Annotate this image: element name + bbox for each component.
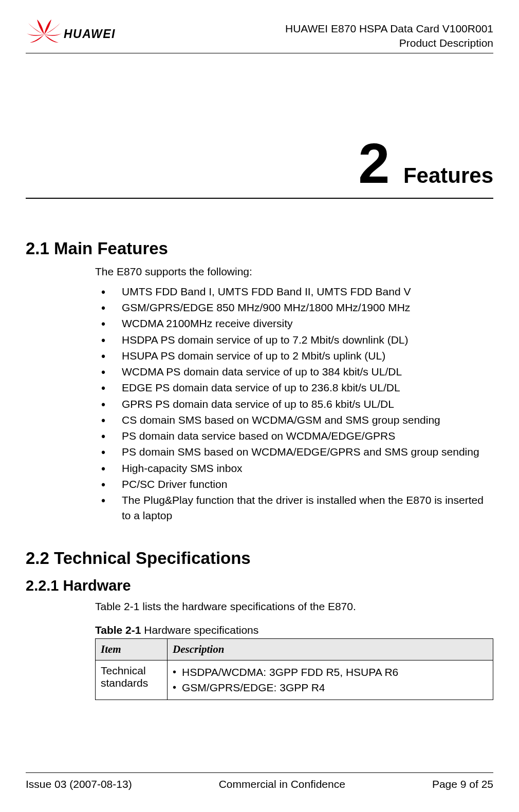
chapter-heading: 2 Features <box>26 130 493 199</box>
table-cell-description: HSDPA/WCDMA: 3GPP FDD R5, HSUPA R6 GSM/G… <box>168 660 493 700</box>
footer-page-number: Page 9 of 25 <box>432 778 493 790</box>
page-header: HUAWEI HUAWEI E870 HSPA Data Card V100R0… <box>26 18 493 53</box>
list-item: CS domain SMS based on WCDMA/GSM and SMS… <box>122 412 493 428</box>
list-item: PC/SC Driver function <box>122 477 493 492</box>
list-item: WCDMA 2100MHz receive diversity <box>122 316 493 331</box>
table-caption-text: Hardware specifications <box>141 624 258 636</box>
table-caption-number: Table 2-1 <box>95 624 141 636</box>
hardware-spec-table: Item Description Technical standards HSD… <box>95 638 493 701</box>
list-item: HSDPA/WCDMA: 3GPP FDD R5, HSUPA R6 <box>173 665 488 680</box>
footer-confidentiality: Commercial in Confidence <box>219 778 345 790</box>
list-item: PS domain SMS based on WCDMA/EDGE/GPRS a… <box>122 444 493 460</box>
table-header-row: Item Description <box>96 638 493 660</box>
header-title: HUAWEI E870 HSPA Data Card V100R001 Prod… <box>285 22 493 50</box>
list-item: HSUPA PS domain service of up to 2 Mbit/… <box>122 348 493 364</box>
table-row: Technical standards HSDPA/WCDMA: 3GPP FD… <box>96 660 493 700</box>
subsection-heading-hardware: 2.2.1 Hardware <box>26 577 493 594</box>
header-title-line1: HUAWEI E870 HSPA Data Card V100R001 <box>285 22 493 35</box>
footer-issue: Issue 03 (2007-08-13) <box>26 778 132 790</box>
list-item: High-capacity SMS inbox <box>122 461 493 476</box>
main-features-list: UMTS FDD Band I, UMTS FDD Band II, UMTS … <box>95 284 493 524</box>
list-item: The Plug&Play function that the driver i… <box>122 493 493 523</box>
page-footer: Issue 03 (2007-08-13) Commercial in Conf… <box>26 772 493 790</box>
list-item: GPRS PS domain data service of up to 85.… <box>122 396 493 412</box>
header-title-line2: Product Description <box>285 36 493 50</box>
list-item: WCDMA PS domain data service of up to 38… <box>122 364 493 380</box>
list-item: GSM/GPRS/EDGE: 3GPP R4 <box>173 680 488 695</box>
table-caption: Table 2-1 Hardware specifications <box>95 624 493 636</box>
table-cell-item: Technical standards <box>96 660 168 700</box>
list-item: PS domain data service based on WCDMA/ED… <box>122 428 493 444</box>
chapter-number: 2 <box>358 131 390 195</box>
list-item: EDGE PS domain data service of up to 236… <box>122 380 493 395</box>
chapter-title: Features <box>403 163 493 187</box>
logo-text: HUAWEI <box>64 27 116 41</box>
list-item: UMTS FDD Band I, UMTS FDD Band II, UMTS … <box>122 284 493 299</box>
section-heading-tech-specs: 2.2 Technical Specifications <box>26 549 493 568</box>
list-item: GSM/GPRS/EDGE 850 MHz/900 MHz/1800 MHz/1… <box>122 300 493 315</box>
table-header-description: Description <box>168 638 493 660</box>
list-item: HSDPA PS domain service of up to 7.2 Mbi… <box>122 332 493 348</box>
table-header-item: Item <box>96 638 168 660</box>
section-heading-main-features: 2.1 Main Features <box>26 239 493 258</box>
huawei-logo-icon <box>26 18 63 50</box>
hardware-intro: Table 2-1 lists the hardware specificati… <box>95 600 493 613</box>
main-features-intro: The E870 supports the following: <box>95 266 493 278</box>
logo: HUAWEI <box>26 18 116 50</box>
